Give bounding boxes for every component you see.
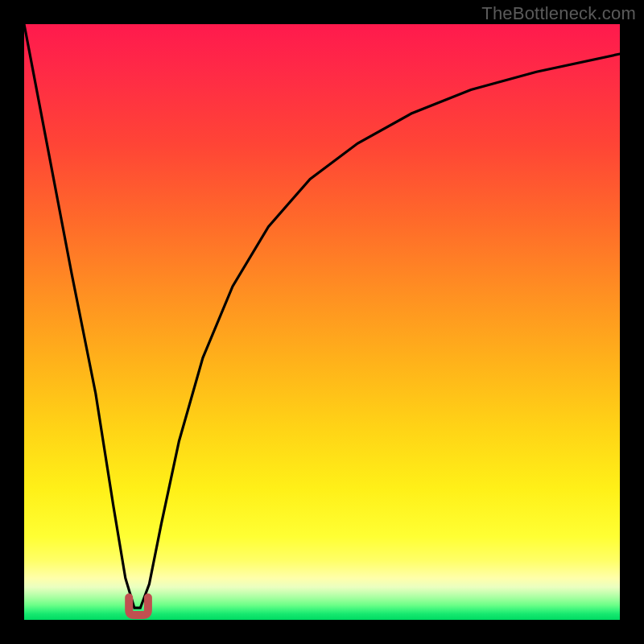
- watermark-text: TheBottleneck.com: [481, 3, 636, 24]
- chart-plot-area: [24, 24, 620, 620]
- dip-marker: [129, 597, 148, 615]
- chart-outer-frame: TheBottleneck.com: [0, 0, 644, 644]
- bottleneck-curve-path: [24, 24, 620, 608]
- chart-svg-layer: [24, 24, 620, 620]
